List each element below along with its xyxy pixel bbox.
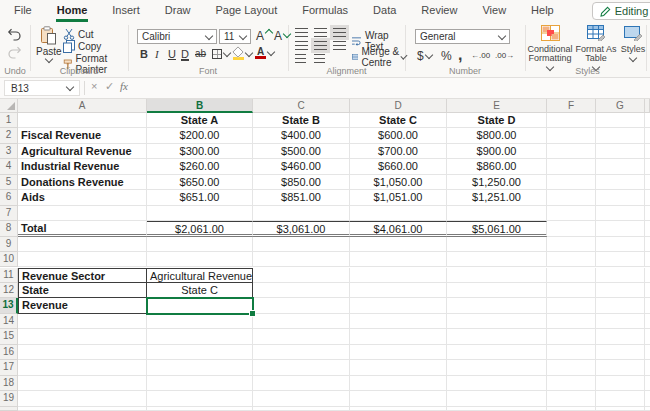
cell-A17[interactable] <box>18 360 147 375</box>
cell-E7[interactable] <box>447 206 547 221</box>
column-header-F[interactable]: F <box>547 99 596 113</box>
cell-F7[interactable] <box>547 206 596 221</box>
cell-H8[interactable] <box>645 221 650 236</box>
cell-E16[interactable] <box>447 345 547 360</box>
cell-C11[interactable] <box>253 268 350 283</box>
row-header-19[interactable]: 19 <box>0 391 18 406</box>
cell-C18[interactable] <box>253 376 350 391</box>
confirm-entry-button[interactable]: ✓ <box>105 80 114 93</box>
cell-D1[interactable]: State C <box>350 113 447 128</box>
cell-A18[interactable] <box>18 376 147 391</box>
row-header-1[interactable]: 1 <box>0 113 18 128</box>
cell-B3[interactable]: $300.00 <box>147 144 253 159</box>
cell-B5[interactable]: $650.00 <box>147 175 253 190</box>
tab-view[interactable]: View <box>481 0 507 22</box>
cell-E13[interactable] <box>447 298 547 313</box>
cell-D7[interactable] <box>350 206 447 221</box>
undo-button[interactable] <box>7 27 22 41</box>
cell-G11[interactable] <box>596 268 645 283</box>
cell-C12[interactable] <box>253 283 350 298</box>
row-header-10[interactable]: 10 <box>0 252 18 267</box>
cell-C14[interactable] <box>253 314 350 329</box>
cell-C6[interactable]: $851.00 <box>253 190 350 205</box>
cell-E12[interactable] <box>447 283 547 298</box>
increase-decimal-button[interactable]: ←.00 <box>471 51 490 60</box>
cell-F5[interactable] <box>547 175 596 190</box>
align-right-button[interactable] <box>333 41 346 50</box>
cell-A14[interactable] <box>18 314 147 329</box>
cell-B4[interactable]: $260.00 <box>147 159 253 174</box>
cell-D13[interactable] <box>350 298 447 313</box>
cell-B19[interactable] <box>147 391 253 406</box>
row-header-17[interactable]: 17 <box>0 360 18 375</box>
cell-A11[interactable]: Revenue Sector <box>18 268 147 283</box>
insert-function-button[interactable]: fx <box>120 80 128 92</box>
font-size-select[interactable]: 11 <box>219 29 251 44</box>
cell-D19[interactable] <box>350 391 447 406</box>
row-header-2[interactable]: 2 <box>0 128 18 143</box>
strikethrough-button[interactable]: ab <box>195 48 206 59</box>
cell-G13[interactable] <box>596 298 645 313</box>
cell-D20[interactable] <box>350 407 447 411</box>
cell-C8[interactable]: $3,061.00 <box>253 221 350 236</box>
editing-mode-button[interactable]: Editing <box>592 2 650 20</box>
cell-F4[interactable] <box>547 159 596 174</box>
cell-A15[interactable] <box>18 329 147 344</box>
cell-D10[interactable] <box>350 252 447 267</box>
cell-H15[interactable] <box>645 329 650 344</box>
cell-G16[interactable] <box>596 345 645 360</box>
row-header-13[interactable]: 13 <box>0 298 18 313</box>
cell-H19[interactable] <box>645 391 650 406</box>
cell-E14[interactable] <box>447 314 547 329</box>
align-left-button[interactable] <box>295 41 308 50</box>
cell-H10[interactable] <box>645 252 650 267</box>
cell-F16[interactable] <box>547 345 596 360</box>
cell-H13[interactable] <box>645 298 650 313</box>
cell-A16[interactable] <box>18 345 147 360</box>
column-header-B[interactable]: B <box>147 99 253 113</box>
cell-A9[interactable] <box>18 237 147 252</box>
cell-D3[interactable]: $700.00 <box>350 144 447 159</box>
cell-G3[interactable] <box>596 144 645 159</box>
cell-E5[interactable]: $1,250.00 <box>447 175 547 190</box>
column-header-A[interactable]: A <box>18 99 147 113</box>
fill-color-button[interactable] <box>233 47 252 60</box>
cell-B12[interactable]: State C <box>147 283 253 298</box>
format-as-table-button[interactable]: Format As Table <box>575 25 617 72</box>
cell-B7[interactable] <box>147 206 253 221</box>
number-format-select[interactable]: General <box>415 29 510 44</box>
cell-G5[interactable] <box>596 175 645 190</box>
cell-D4[interactable]: $660.00 <box>350 159 447 174</box>
cell-E1[interactable]: State D <box>447 113 547 128</box>
cell-F9[interactable] <box>547 237 596 252</box>
cell-D2[interactable]: $600.00 <box>350 128 447 143</box>
borders-button[interactable] <box>212 49 230 59</box>
cell-C9[interactable] <box>253 237 350 252</box>
cell-C10[interactable] <box>253 252 350 267</box>
cell-C2[interactable]: $400.00 <box>253 128 350 143</box>
name-box[interactable]: B13 <box>4 80 80 96</box>
cell-B14[interactable] <box>147 314 253 329</box>
cell-G6[interactable] <box>596 190 645 205</box>
cell-C15[interactable] <box>253 329 350 344</box>
cell-H9[interactable] <box>645 237 650 252</box>
cell-D16[interactable] <box>350 345 447 360</box>
cell-G20[interactable] <box>596 407 645 411</box>
row-header-5[interactable]: 5 <box>0 175 18 190</box>
cell-G15[interactable] <box>596 329 645 344</box>
merge-centre-button[interactable]: Merge & Centre <box>352 46 406 68</box>
cell-A10[interactable] <box>18 252 147 267</box>
cell-D5[interactable]: $1,050.00 <box>350 175 447 190</box>
grow-font-button[interactable]: A <box>256 29 272 43</box>
cell-F8[interactable] <box>547 221 596 236</box>
redo-button[interactable] <box>7 45 22 59</box>
cell-B18[interactable] <box>147 376 253 391</box>
cell-G17[interactable] <box>596 360 645 375</box>
cell-C4[interactable]: $460.00 <box>253 159 350 174</box>
cell-F10[interactable] <box>547 252 596 267</box>
cell-G2[interactable] <box>596 128 645 143</box>
cancel-entry-button[interactable]: × <box>91 80 97 92</box>
cell-F18[interactable] <box>547 376 596 391</box>
tab-insert[interactable]: Insert <box>111 0 141 22</box>
cell-C17[interactable] <box>253 360 350 375</box>
